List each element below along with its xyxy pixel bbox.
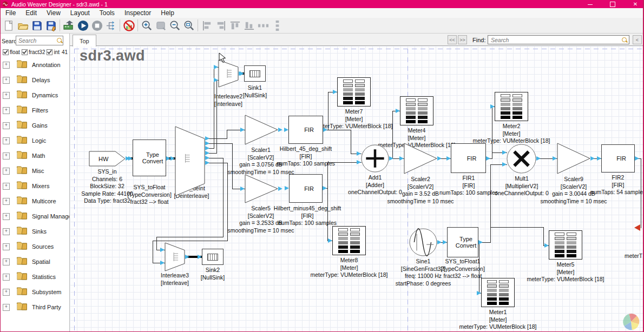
input-pin[interactable] [597, 156, 601, 161]
save-button[interactable] [30, 18, 44, 32]
wire-segment[interactable] [351, 130, 351, 154]
output-pin[interactable] [185, 255, 189, 259]
menu-layout[interactable]: Layout [65, 9, 95, 17]
close-button[interactable]: ✕ [630, 0, 641, 8]
input-pin[interactable] [214, 65, 218, 69]
block-sink2[interactable] [202, 249, 224, 265]
wire-segment[interactable] [227, 130, 227, 139]
block-scaler1[interactable] [245, 115, 278, 145]
input-pin[interactable] [443, 240, 447, 244]
block-meter8[interactable] [332, 226, 366, 255]
wire-segment[interactable] [216, 80, 217, 154]
connect-target-button[interactable] [62, 18, 76, 32]
sidebar-item-mixers[interactable]: +Mixers [1, 178, 70, 194]
route-button[interactable] [104, 18, 118, 32]
new-button[interactable] [2, 18, 16, 32]
sidebar-item-gains[interactable]: +Gains [1, 118, 70, 133]
input-pin[interactable] [399, 156, 404, 161]
sidebar-item-third-party[interactable]: +Third Party [1, 300, 70, 315]
zoom-selection-button[interactable] [154, 18, 168, 32]
expand-icon[interactable]: + [3, 62, 10, 69]
block-hilbert-45-deg-shift[interactable]: FIR [288, 116, 323, 144]
sidebar-item-spatial[interactable]: +Spatial [1, 254, 70, 269]
input-pin[interactable] [285, 186, 289, 190]
open-button[interactable] [16, 18, 30, 32]
play-button[interactable] [76, 18, 90, 32]
sidebar-item-delays[interactable]: +Delays [1, 72, 70, 88]
input-pin[interactable] [214, 78, 218, 82]
expand-icon[interactable]: + [3, 258, 10, 265]
sidebar-item-math[interactable]: +Math [1, 148, 70, 163]
block-scaler9[interactable] [557, 143, 590, 174]
block-meter7[interactable] [337, 77, 371, 107]
input-pin[interactable] [160, 248, 165, 252]
sidebar-item-sinks[interactable]: +Sinks [1, 224, 70, 239]
wire-segment[interactable] [156, 237, 157, 250]
input-pin[interactable] [396, 109, 400, 113]
block-sink1[interactable] [244, 65, 266, 82]
output-pin[interactable] [486, 156, 490, 161]
wire-segment[interactable] [153, 241, 228, 241]
menu-inspector[interactable]: Inspector [120, 9, 156, 17]
sidebar-item-signal-manage[interactable]: +Signal Manage [1, 209, 70, 224]
input-pin[interactable] [284, 128, 288, 132]
input-pin[interactable] [240, 187, 245, 191]
expand-icon[interactable]: + [3, 274, 10, 281]
find-next-button[interactable]: >> [458, 35, 467, 44]
input-pin[interactable] [544, 243, 549, 248]
minimize-button[interactable] [584, 0, 595, 8]
expand-icon[interactable]: + [3, 77, 10, 84]
no-profile-button[interactable] [122, 18, 136, 32]
block-fir1[interactable]: FIR [451, 143, 486, 173]
input-pin[interactable] [198, 255, 202, 259]
filter-checkbox-int[interactable] [47, 49, 52, 55]
output-pin[interactable] [437, 156, 442, 161]
sidebar-item-multicore[interactable]: +Multicore [1, 194, 70, 209]
block-scaler2[interactable] [404, 143, 437, 174]
zoom-fit-button[interactable] [182, 18, 196, 32]
distribute-vertical-button[interactable] [270, 18, 284, 32]
block-sys-tofloat1[interactable]: Type Convert [447, 227, 478, 257]
expand-icon[interactable]: + [3, 122, 10, 129]
wire-segment[interactable] [156, 237, 224, 237]
output-pin[interactable] [278, 187, 282, 191]
input-pin[interactable] [490, 104, 495, 109]
block-interleave2[interactable] [218, 59, 239, 88]
block-meter1[interactable] [481, 278, 515, 307]
block-sys-tofloat[interactable]: Type Convert [133, 140, 166, 176]
expand-icon[interactable]: + [3, 213, 10, 220]
find-input[interactable] [488, 35, 629, 44]
expand-icon[interactable]: + [3, 107, 10, 114]
output-pin[interactable] [536, 156, 541, 161]
input-pin[interactable] [553, 156, 557, 161]
tab-top[interactable]: Top [73, 35, 96, 47]
output-pin[interactable] [437, 240, 442, 244]
sidebar-item-dynamics[interactable]: +Dynamics [1, 88, 70, 103]
input-pin[interactable] [240, 71, 244, 76]
input-pin[interactable] [477, 291, 481, 295]
expand-icon[interactable]: + [3, 152, 10, 160]
output-pin[interactable] [635, 156, 639, 161]
block-mult1[interactable] [507, 144, 536, 174]
menu-help[interactable]: Help [156, 9, 179, 17]
sidebar-item-sources[interactable]: +Sources [1, 239, 70, 254]
output-pin[interactable] [205, 136, 209, 141]
align-top-button[interactable] [228, 18, 242, 32]
block-scaler5[interactable] [245, 174, 278, 203]
wire-segment[interactable] [543, 227, 544, 246]
expand-icon[interactable]: + [3, 304, 10, 311]
block-sine1[interactable] [409, 228, 437, 256]
expand-icon[interactable]: + [3, 198, 10, 205]
input-pin[interactable] [328, 238, 332, 243]
output-pin[interactable] [323, 128, 327, 132]
output-pin[interactable] [323, 186, 327, 190]
wire-segment[interactable] [492, 152, 492, 159]
menu-file[interactable]: File [1, 9, 21, 17]
input-pin[interactable] [240, 128, 245, 132]
stop-button[interactable] [90, 18, 104, 32]
expand-icon[interactable]: + [3, 243, 10, 250]
output-pin[interactable] [205, 156, 209, 160]
input-pin[interactable] [357, 160, 361, 164]
output-pin[interactable] [166, 156, 170, 161]
block-meter2[interactable] [495, 92, 528, 121]
